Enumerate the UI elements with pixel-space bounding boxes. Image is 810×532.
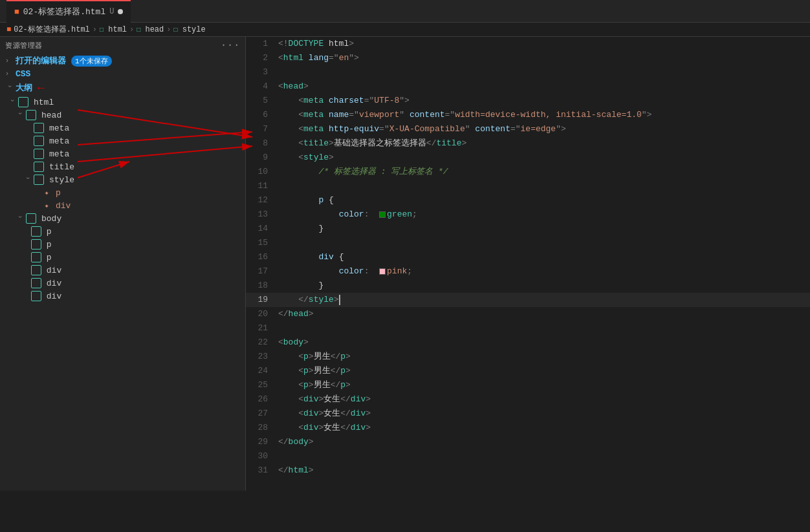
tab-label: 02-标签选择器.html <box>23 6 105 17</box>
line-content-2: <html lang="en"> <box>278 51 810 65</box>
explorer-menu[interactable]: ··· <box>221 39 240 51</box>
title-icon <box>34 162 44 172</box>
meta3-icon <box>34 149 44 159</box>
line-num-16: 16 <box>246 250 278 264</box>
bp2-icon <box>31 239 41 250</box>
meta2-label: meta <box>49 136 69 146</box>
line-content-1: <!DOCTYPE html> <box>278 37 810 51</box>
meta1-label: meta <box>49 123 69 133</box>
line-content-17: color: pink; <box>278 264 810 279</box>
editor-tab[interactable]: ■ 02-标签选择器.html U <box>6 0 131 23</box>
line-num-31: 31 <box>246 463 278 478</box>
title-label: title <box>49 162 74 172</box>
code-line-20: 20 </head> <box>246 307 810 321</box>
line-content-3 <box>278 65 810 80</box>
line-num-28: 28 <box>246 421 278 435</box>
bc-file[interactable]: 02-标签选择器.html <box>14 24 90 35</box>
line-content-28: <div>女生</div> <box>278 421 810 435</box>
code-line-6: 6 <meta name="viewport" content="width=d… <box>246 108 810 122</box>
tree-meta2[interactable]: › meta <box>0 134 245 147</box>
line-num-13: 13 <box>246 207 278 222</box>
bdiv3-label: div <box>47 292 61 301</box>
head-label: head <box>41 111 61 120</box>
tree-style[interactable]: › style <box>0 173 245 186</box>
line-content-16: div { <box>278 250 810 264</box>
line-num-27: 27 <box>246 407 278 421</box>
code-line-24: 24 <p>男生</p> <box>246 364 810 378</box>
code-line-1: 1 <!DOCTYPE html> <box>246 37 810 51</box>
css-label: CSS <box>16 69 30 79</box>
bdiv2-label: div <box>47 279 61 288</box>
code-area: 1 <!DOCTYPE html> 2 <html lang="en"> 3 4… <box>246 37 810 478</box>
line-content-9: <style> <box>278 151 810 165</box>
line-content-14: } <box>278 222 810 236</box>
tree-meta3[interactable]: › meta <box>0 147 245 160</box>
line-num-14: 14 <box>246 222 278 236</box>
line-num-11: 11 <box>246 179 278 193</box>
meta3-label: meta <box>49 149 69 159</box>
code-line-11: 11 <box>246 179 810 193</box>
line-num-23: 23 <box>246 350 278 364</box>
bp1-label: p <box>47 227 52 237</box>
tree-html[interactable]: › html <box>0 96 245 109</box>
line-content-11 <box>278 179 810 193</box>
line-num-18: 18 <box>246 279 278 293</box>
line-num-7: 7 <box>246 122 278 136</box>
tree-body-div1[interactable]: › div <box>0 264 245 277</box>
code-line-25: 25 <p>男生</p> <box>246 378 810 392</box>
line-content-7: <meta http-equiv="X-UA-Compatible" conte… <box>278 122 810 136</box>
line-content-27: <div>女生</div> <box>278 407 810 421</box>
line-content-6: <meta name="viewport" content="width=dev… <box>278 108 810 122</box>
line-content-30 <box>278 449 810 463</box>
line-num-9: 9 <box>246 151 278 165</box>
tree-body-p2[interactable]: › p <box>0 238 245 251</box>
bdiv2-icon <box>31 278 41 288</box>
code-line-28: 28 <div>女生</div> <box>246 421 810 435</box>
tree-meta1[interactable]: › meta <box>0 122 245 134</box>
tree-head[interactable]: › head <box>0 109 245 122</box>
outline-section[interactable]: › 大纲 ← <box>0 80 245 96</box>
line-num-29: 29 <box>246 435 278 449</box>
tree-title[interactable]: › title <box>0 160 245 173</box>
line-num-6: 6 <box>246 108 278 122</box>
bc-sep3: › <box>166 25 171 34</box>
bc-sep1: › <box>93 25 97 34</box>
open-editors-section[interactable]: › 打开的编辑器 1个未保存 <box>0 54 245 68</box>
line-content-26: <div>女生</div> <box>278 392 810 407</box>
code-line-12: 12 p { <box>246 193 810 207</box>
tree-body-p1[interactable]: › p <box>0 225 245 238</box>
bdiv1-label: div <box>47 266 61 275</box>
line-num-21: 21 <box>246 321 278 335</box>
tree-body-div3[interactable]: › div <box>0 290 245 303</box>
line-num-24: 24 <box>246 364 278 378</box>
line-num-15: 15 <box>246 236 278 250</box>
line-num-3: 3 <box>246 65 278 80</box>
line-num-26: 26 <box>246 392 278 407</box>
code-line-14: 14 } <box>246 222 810 236</box>
line-content-19: </style> <box>278 293 810 307</box>
css-section[interactable]: › CSS <box>0 68 245 80</box>
bc-head[interactable]: □ head <box>137 25 164 34</box>
bc-style[interactable]: □ style <box>173 25 205 34</box>
code-line-7: 7 <meta http-equiv="X-UA-Compatible" con… <box>246 122 810 136</box>
line-num-5: 5 <box>246 94 278 108</box>
tree-div1[interactable]: › ✦ div <box>0 199 245 212</box>
bc-html[interactable]: □ html <box>100 25 127 34</box>
tree-body-div2[interactable]: › div <box>0 277 245 290</box>
style-label: style <box>49 175 74 185</box>
html5-icon-bc: ■ <box>6 25 11 34</box>
code-line-23: 23 <p>男生</p> <box>246 350 810 364</box>
sidebar: 资源管理器 ··· › 打开的编辑器 1个未保存 › CSS › 大纲 ← <box>0 37 246 491</box>
tree-body-p3[interactable]: › p <box>0 251 245 264</box>
css-chevron: › <box>5 70 13 78</box>
line-content-18: } <box>278 279 810 293</box>
tree-p1[interactable]: › ✦ p <box>0 186 245 199</box>
code-editor[interactable]: 1 <!DOCTYPE html> 2 <html lang="en"> 3 4… <box>246 37 810 491</box>
line-num-22: 22 <box>246 335 278 350</box>
tab-modified: U <box>109 7 114 16</box>
tree-body[interactable]: › body <box>0 212 245 225</box>
code-line-17: 17 color: pink; <box>246 264 810 279</box>
bp3-label: p <box>47 253 52 262</box>
style-chevron: › <box>24 176 31 184</box>
code-line-2: 2 <html lang="en"> <box>246 51 810 65</box>
